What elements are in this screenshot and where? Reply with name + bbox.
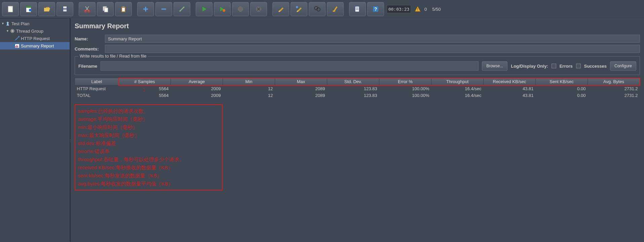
copy-button[interactable] [97, 2, 114, 16]
templates-button[interactable] [20, 2, 37, 16]
shutdown-button[interactable] [250, 2, 267, 16]
clear-button[interactable] [272, 2, 289, 16]
svg-rect-48 [17, 46, 18, 47]
col-header[interactable]: Received KB/sec [484, 78, 536, 85]
svg-rect-13 [122, 8, 125, 11]
successes-label: Successes [584, 64, 607, 69]
browse-button[interactable]: Browse... [482, 61, 507, 71]
svg-rect-32 [355, 6, 359, 12]
search-button[interactable] [309, 2, 326, 16]
col-header[interactable]: Throughput [431, 78, 484, 85]
col-header[interactable]: Max [275, 78, 327, 85]
col-header[interactable]: Average [171, 78, 223, 85]
errors-checkbox[interactable] [552, 64, 556, 68]
report-icon [14, 43, 20, 48]
results-table-wrap: Label# SamplesAverageMinMaxStd. Dev.Erro… [75, 78, 640, 99]
test-plan-icon [5, 21, 11, 26]
thread-count: 5/50 [430, 7, 443, 12]
function-helper-button[interactable] [349, 2, 366, 16]
svg-text:!: ! [417, 7, 418, 11]
col-header[interactable]: Min [223, 78, 275, 85]
table-row: TOTAL55642009122089123.83100.00%16.4/sec… [75, 92, 640, 99]
clear-all-button[interactable] [291, 2, 307, 16]
start-no-pause-button[interactable] [214, 2, 231, 16]
filename-label: Filename [78, 64, 97, 69]
open-button[interactable] [38, 2, 55, 16]
tree-panel: ▼ Test Plan ▼ Thread Group HTTP Request … [0, 19, 71, 242]
start-button[interactable] [196, 2, 213, 16]
help-button[interactable]: ? [367, 2, 384, 16]
configure-button[interactable]: Configure [610, 61, 636, 71]
svg-rect-7 [63, 9, 67, 11]
col-header[interactable]: Avg. Bytes [588, 78, 640, 85]
col-header[interactable]: Std. Dev. [327, 78, 379, 85]
split-handle[interactable]: ⋮ [69, 130, 71, 150]
svg-point-44 [18, 36, 20, 37]
svg-rect-3 [26, 6, 31, 8]
svg-rect-14 [122, 6, 124, 7]
svg-point-19 [180, 10, 181, 11]
svg-line-43 [15, 37, 18, 40]
filename-input[interactable] [101, 61, 479, 71]
svg-point-23 [223, 9, 225, 12]
table-row: HTTP Request55642009122089123.83100.00%1… [75, 85, 640, 92]
collapse-button[interactable] [155, 2, 172, 16]
svg-marker-40 [6, 22, 9, 26]
svg-rect-11 [104, 8, 108, 12]
log-display-label: Log/Display Only: [511, 64, 548, 69]
svg-point-31 [333, 10, 335, 12]
tree-summary-report[interactable]: Summary Report [0, 42, 70, 49]
new-file-button[interactable] [2, 2, 19, 16]
svg-point-28 [296, 6, 298, 8]
successes-checkbox[interactable] [576, 64, 581, 68]
svg-marker-21 [202, 7, 206, 11]
svg-point-20 [183, 7, 184, 8]
tree-test-plan[interactable]: ▼ Test Plan [0, 20, 70, 27]
fieldset-legend: Write results to file / Read from file [78, 54, 148, 59]
col-header[interactable]: Sent KB/sec [536, 78, 588, 85]
col-header[interactable]: Error % [379, 78, 431, 85]
warning-count: 0 [422, 7, 429, 12]
svg-rect-6 [63, 6, 67, 8]
tree-http-request[interactable]: HTTP Request [0, 35, 70, 42]
comments-input[interactable] [105, 45, 640, 53]
content-panel: Summary Report Name: Comments: Write res… [71, 19, 644, 242]
col-header[interactable]: Label [75, 78, 119, 85]
stop-button[interactable] [232, 2, 249, 16]
errors-label: Errors [560, 64, 573, 69]
comments-label: Comments: [75, 46, 105, 51]
paste-button[interactable] [115, 2, 132, 16]
results-table: Label# SamplesAverageMinMaxStd. Dev.Erro… [75, 78, 640, 99]
svg-point-4 [29, 9, 32, 11]
file-fieldset: Write results to file / Read from file F… [75, 56, 640, 75]
main-split: ▼ Test Plan ▼ Thread Group HTTP Request … [0, 19, 644, 242]
panel-title: Summary Report [75, 22, 640, 30]
svg-marker-24 [238, 6, 243, 12]
sampler-icon [14, 36, 20, 41]
svg-point-42 [12, 30, 13, 32]
svg-rect-46 [15, 46, 16, 47]
reset-search-button[interactable] [327, 2, 344, 16]
gear-icon [9, 28, 15, 34]
col-header[interactable]: # Samples [119, 78, 171, 85]
tree-thread-group[interactable]: ▼ Thread Group [0, 27, 70, 35]
expand-button[interactable] [137, 2, 154, 16]
name-label: Name: [75, 36, 105, 41]
toolbar: ? 00:03:23 ! 0 5/50 [0, 0, 644, 19]
cut-button[interactable] [79, 2, 96, 16]
save-button[interactable] [56, 2, 73, 16]
warning-icon: ! [414, 6, 421, 12]
annotation-box: samples:已经执行的请求次数。 average:平均响应时间（毫秒） mi… [75, 104, 223, 191]
annotation-arrow-icon: ↓ [143, 86, 146, 93]
toggle-button[interactable] [174, 2, 190, 16]
elapsed-time: 00:03:23 [387, 5, 411, 13]
svg-rect-47 [16, 45, 17, 47]
name-input[interactable] [105, 35, 640, 43]
svg-text:?: ? [374, 6, 377, 12]
